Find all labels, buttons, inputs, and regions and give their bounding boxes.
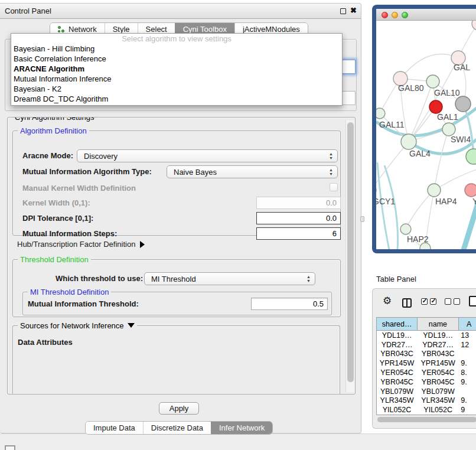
network-node-gal4[interactable] [401,134,416,149]
table-row[interactable]: YBL079WYBL079W [376,387,476,396]
close-icon[interactable]: ✖ [350,6,357,15]
network-node-hap4[interactable] [428,184,441,197]
table-cell: YBR043C [418,350,458,359]
network-node-hap2[interactable] [400,224,411,234]
tab-impute-data[interactable]: Impute Data [86,422,143,434]
table-row[interactable]: YDL19…YDL19…13 [376,331,476,340]
mi-steps-field[interactable]: 6 [256,227,341,240]
network-node-y[interactable] [465,184,476,197]
table-row[interactable]: YPR145WYPR145W9. [376,358,476,368]
network-node-gal11[interactable] [376,108,385,119]
columns-icon[interactable] [402,298,412,308]
manual-kernel-label: Manual Kernel Width Definition [22,184,136,193]
kernel-width-label: Kernel Width (0,1): [22,198,90,207]
sources-title[interactable]: Sources for Network Inference [18,321,137,330]
table-cell: YPR145W [418,358,458,368]
network-node-gal1[interactable] [442,123,455,136]
control-panel: Control Panel ✖ NetworkStyleSelectCyni T… [0,3,361,433]
manual-kernel-checkbox[interactable] [330,183,338,191]
cyni-bottom-tab-bar: Impute DataDiscretize DataInfer Network [85,421,273,435]
network-node[interactable] [466,149,476,164]
table-cell: YPR145W [376,358,418,368]
algorithm-option[interactable]: Basic Correlation Inference [11,54,342,64]
column-header-shared[interactable]: shared… [376,317,418,331]
node-label-gal11: GAL11 [379,120,405,129]
table-cell: 12 [458,340,476,350]
mi-threshold-label: Mutual Information Threshold: [28,299,139,308]
network-node[interactable] [429,100,442,113]
network-node[interactable] [455,96,471,112]
algorithm-definition-title: Algorithm Definition [18,126,89,135]
table-row[interactable]: YBR043CYBR043C [376,350,476,359]
algorithm-option[interactable]: Dream8 DC_TDC Algorithm [11,94,342,104]
node-label-gal80: GAL80 [398,83,424,93]
mi-type-value: Naive Bayes [174,168,217,177]
table-row[interactable]: YER054CYER054C8. [376,368,476,377]
table-cell: 9. [458,396,476,406]
gear-icon[interactable]: ⚙ [383,295,392,307]
network-node-gal10[interactable] [426,75,439,88]
dpi-tolerance-field[interactable]: 0.0 [256,212,341,224]
table-row[interactable]: YDR27…YDR27…12 [376,340,476,350]
split-pane-grip[interactable] [360,216,364,222]
sources-group: Sources for Network Inference Data Attri… [12,325,340,394]
node-label-gal: GAL [454,63,470,72]
table-cell: YLR345W [376,396,418,406]
tab-label: Style [113,25,130,34]
algorithm-option[interactable]: Bayesian - Hill Climbing [11,44,342,54]
data-attributes-label: Data Attributes [18,338,73,347]
network-canvas[interactable]: GALGAL80GAL10GAL1GAL11SWI4GAL4GCY1HAP4YH… [376,21,476,250]
file-icon[interactable] [469,296,476,306]
node-label-gcy1: GCY1 [376,197,395,206]
mi-threshold-field[interactable]: 0.5 [251,298,328,310]
apply-button[interactable]: Apply [159,402,199,415]
table-cell [458,350,476,359]
table-cell: YDR27… [418,340,458,350]
zoom-traffic-light-icon[interactable] [402,12,408,18]
algorithm-popup-placeholder: Select algorithm to view settings [11,34,342,44]
table-row[interactable]: YLR345WYLR345W9. [376,396,476,406]
tab-discretize-data[interactable]: Discretize Data [143,422,211,434]
network-window-titlebar[interactable] [376,9,476,21]
collapse-down-icon [128,323,135,328]
network-node[interactable] [472,21,476,30]
kernel-width-field[interactable]: 0.0 [256,197,341,209]
threshold-definition-title: Threshold Definition [18,255,91,264]
algorithm-option[interactable]: ARACNE Algorithm [11,64,342,74]
table-horizontal-scrollbar[interactable] [377,417,476,422]
aracne-mode-combobox[interactable]: Discovery ▲▼ [77,149,338,162]
partial-square-icon[interactable] [5,445,15,450]
settings-scrollbar-thumb[interactable] [347,122,354,382]
minimize-traffic-light-icon[interactable] [392,12,398,18]
stepper-arrows-icon: ▲▼ [329,168,333,176]
mi-type-combobox[interactable]: Naive Bayes ▲▼ [167,165,338,178]
table-cell: YIL052C [376,405,418,415]
tab-infer-network[interactable]: Infer Network [211,422,272,434]
column-header-a[interactable]: A [459,317,476,331]
control-panel-titlebar: Control Panel ✖ [0,4,361,19]
network-view-window: GALGAL80GAL10GAL1GAL11SWI4GAL4GCY1HAP4YH… [372,5,476,253]
cyni-algorithm-settings-group: Cyni Algorithm Settings Algorithm Defini… [7,117,356,394]
mi-steps-label: Mutual Information Steps: [22,229,117,238]
hub-definition-expander[interactable]: Hub/Transcription Factor Definition [17,240,145,249]
network-icon [58,26,65,33]
algorithm-option[interactable]: Bayesian - K2 [11,84,342,94]
table-row[interactable]: YIL052CYIL052C9 [376,405,476,415]
table-cell: YBR043C [376,350,418,359]
column-header-name[interactable]: name [418,317,458,331]
mi-type-label: Mutual Information Algorithm Type: [22,167,152,176]
float-window-icon[interactable] [340,8,346,14]
tab-label: Network [69,25,97,34]
table-cell: YBR045C [376,377,418,387]
select-all-checkboxes-icon[interactable] [421,298,436,305]
tab-label: Cyni Toolbox [183,25,227,34]
table-cell: YBL079W [418,387,458,396]
deselect-all-checkboxes-icon[interactable] [445,298,460,305]
tab-label: jActiveMNodules [243,25,300,34]
which-threshold-combobox[interactable]: MI Threshold ▲▼ [144,272,315,285]
close-traffic-light-icon[interactable] [382,12,388,18]
table-row[interactable]: YBR045CYBR045C9. [376,377,476,387]
mi-threshold-group: MI Threshold Definition Mutual Informati… [22,292,332,315]
algorithm-select-popup: Select algorithm to view settings Bayesi… [11,33,343,106]
algorithm-option[interactable]: Mutual Information Inference [11,74,342,84]
